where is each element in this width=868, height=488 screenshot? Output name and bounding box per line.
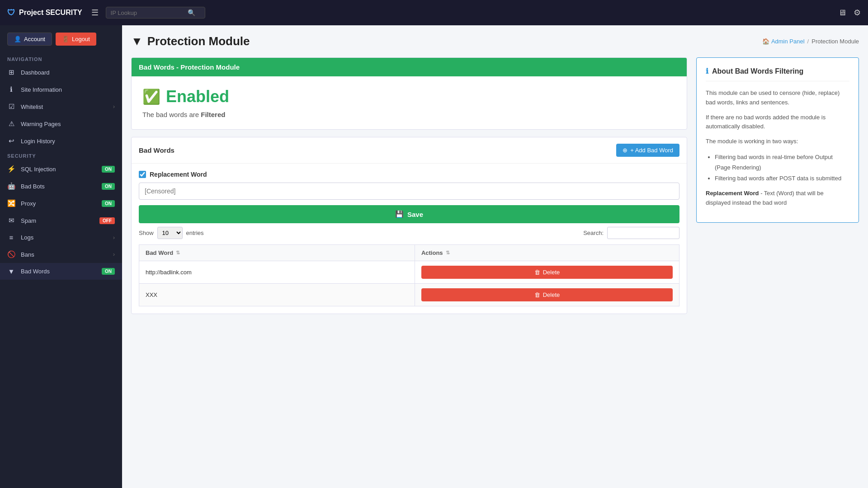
module-card-body: ✅ Enabled The bad words are Filtered <box>132 76 687 129</box>
sidebar-item-sql-injection[interactable]: ⚡ SQL Injection ON <box>0 160 122 178</box>
breadcrumb-admin-link[interactable]: 🏠 Admin Panel <box>762 38 805 45</box>
page-title: ▼ Protection Module <box>131 34 250 48</box>
status-badge: ON <box>102 166 115 173</box>
sort-icon: ⇅ <box>446 250 450 256</box>
trash-icon: 🗑 <box>534 269 540 276</box>
search-input[interactable] <box>111 9 188 16</box>
table-row: XXX 🗑 Delete <box>139 284 679 306</box>
table-search-input[interactable] <box>607 227 679 239</box>
replacement-input[interactable] <box>139 183 679 200</box>
menu-icon[interactable]: ☰ <box>91 8 99 18</box>
chevron-right-icon: › <box>113 251 115 258</box>
sort-icon: ⇅ <box>176 250 180 256</box>
bad-words-table: Bad Word ⇅ Actions ⇅ <box>139 244 679 306</box>
bad-word-cell: XXX <box>139 284 415 306</box>
sidebar-item-spam[interactable]: ✉ Spam OFF <box>0 212 122 229</box>
logout-button[interactable]: 🚪 Logout <box>56 33 96 46</box>
shield-icon: 🛡 <box>7 8 15 18</box>
status-badge: OFF <box>99 217 115 224</box>
sidebar-item-label: Bad Bots <box>21 183 102 190</box>
info-list: Filtering bad words in real-time before … <box>706 152 849 183</box>
show-entries: Show 10 25 50 100 entries <box>139 227 204 239</box>
sidebar-item-bans[interactable]: 🚫 Bans › <box>0 246 122 263</box>
account-label: Account <box>24 36 45 42</box>
security-section-title: SECURITY <box>0 150 122 160</box>
proxy-icon: 🔀 <box>7 199 15 207</box>
user-icon: 👤 <box>14 36 21 42</box>
section-title: Bad Words <box>139 146 175 154</box>
search-box: Search: <box>583 227 679 239</box>
gear-icon[interactable]: ⚙ <box>854 8 861 18</box>
content-main: Bad Words - Protection Module ✅ Enabled … <box>131 57 687 321</box>
content-aside: ℹ About Bad Words Filtering This module … <box>696 57 859 223</box>
sidebar-item-whitelist[interactable]: ☑ Whitelist › <box>0 98 122 115</box>
info-card: ℹ About Bad Words Filtering This module … <box>696 57 859 223</box>
plus-icon: ⊕ <box>623 147 627 154</box>
sidebar-item-label: Site Information <box>21 86 115 93</box>
sidebar-item-warning-pages[interactable]: ⚠ Warning Pages <box>0 115 122 132</box>
delete-button[interactable]: 🗑 Delete <box>421 266 673 279</box>
info-icon: ℹ <box>7 85 15 94</box>
breadcrumb-separator: / <box>807 38 809 45</box>
chevron-right-icon: › <box>113 235 115 241</box>
th-bad-word[interactable]: Bad Word ⇅ <box>139 245 415 261</box>
section-header: Bad Words ⊕ + Add Bad Word <box>132 137 687 164</box>
sidebar-item-dashboard[interactable]: ⊞ Dashboard <box>0 64 122 81</box>
save-button[interactable]: 💾 Save <box>139 205 679 223</box>
chevron-right-icon: › <box>113 103 115 110</box>
nav-section-title: NAVIGATION <box>0 53 122 64</box>
replacement-word-label: Replacement Word <box>139 171 679 178</box>
sidebar-item-logs[interactable]: ≡ Logs › <box>0 229 122 246</box>
module-card: Bad Words - Protection Module ✅ Enabled … <box>131 57 687 130</box>
info-para1: This module can be used to censore (hide… <box>706 89 849 108</box>
info-para2: If there are no bad words added the modu… <box>706 113 849 132</box>
main-content: ▼ Protection Module 🏠 Admin Panel / Prot… <box>122 25 868 488</box>
sidebar-item-login-history[interactable]: ↩ Login History <box>0 132 122 150</box>
monitor-icon[interactable]: 🖥 <box>838 8 846 18</box>
breadcrumb-current: Protection Module <box>811 38 859 45</box>
sidebar-item-label: Bans <box>21 251 113 258</box>
sidebar-item-label: Bad Words <box>21 268 102 275</box>
sidebar: 👤 Account 🚪 Logout NAVIGATION ⊞ Dashboar… <box>0 25 122 488</box>
replacement-label-text: Replacement Word <box>150 171 207 178</box>
info-bullet2: Filtering bad words after POST data is s… <box>715 173 849 183</box>
search-icon: 🔍 <box>188 9 195 16</box>
replacement-checkbox[interactable] <box>139 171 146 178</box>
warning-icon: ⚠ <box>7 120 15 128</box>
status-badge: ON <box>102 268 115 275</box>
sidebar-item-bad-bots[interactable]: 🤖 Bad Bots ON <box>0 178 122 195</box>
filter-title-icon: ▼ <box>131 34 143 48</box>
app-name: Project SECURITY <box>19 9 82 17</box>
logs-icon: ≡ <box>7 234 15 241</box>
info-para3: The module is working in two ways: <box>706 137 849 146</box>
save-icon: 💾 <box>395 210 404 218</box>
bot-icon: 🤖 <box>7 182 15 190</box>
sidebar-item-label: SQL Injection <box>21 166 102 173</box>
whitelist-icon: ☑ <box>7 103 15 111</box>
spam-icon: ✉ <box>7 216 15 225</box>
status-badge: ON <box>102 200 115 207</box>
th-actions: Actions ⇅ <box>415 245 679 261</box>
filter-icon: ▼ <box>7 267 15 275</box>
sidebar-item-label: Spam <box>21 217 99 224</box>
section-body: Replacement Word 💾 Save Show 10 25 <box>132 164 687 314</box>
dashboard-icon: ⊞ <box>7 68 15 76</box>
account-button[interactable]: 👤 Account <box>7 33 52 46</box>
check-circle-icon: ✅ <box>142 88 160 105</box>
home-icon: 🏠 <box>762 38 769 45</box>
content-row: Bad Words - Protection Module ✅ Enabled … <box>131 57 859 321</box>
enabled-text: Enabled <box>166 87 229 106</box>
sidebar-item-proxy[interactable]: 🔀 Proxy ON <box>0 195 122 212</box>
delete-button[interactable]: 🗑 Delete <box>421 288 673 301</box>
sidebar-item-label: Whitelist <box>21 103 113 110</box>
enabled-status: ✅ Enabled <box>142 87 676 106</box>
sidebar-item-site-information[interactable]: ℹ Site Information <box>0 81 122 98</box>
table-row: http://badlink.com 🗑 Delete <box>139 261 679 284</box>
sidebar-item-label: Warning Pages <box>21 121 115 127</box>
entries-select[interactable]: 10 25 50 100 <box>157 227 183 239</box>
add-bad-word-button[interactable]: ⊕ + Add Bad Word <box>616 144 679 157</box>
module-card-header: Bad Words - Protection Module <box>132 58 687 76</box>
sidebar-item-bad-words[interactable]: ▼ Bad Words ON <box>0 263 122 280</box>
trash-icon: 🗑 <box>534 291 540 298</box>
info-bullet1: Filtering bad words in real-time before … <box>715 152 849 173</box>
